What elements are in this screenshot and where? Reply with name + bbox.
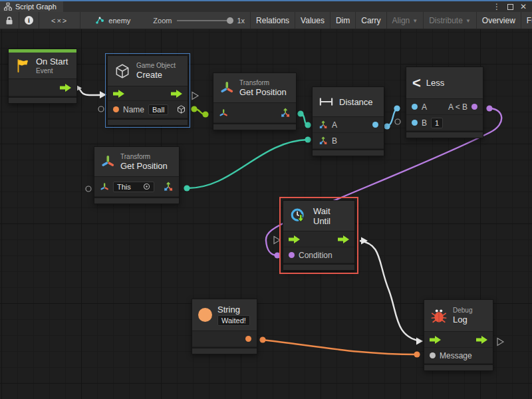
- flow-output-port[interactable]: [338, 235, 349, 243]
- unconnected-value-indicator: [395, 119, 400, 124]
- vector3-input-port-a[interactable]: [318, 120, 328, 130]
- node-on-start[interactable]: On Start Event: [8, 49, 77, 104]
- node-footer: [9, 96, 76, 103]
- gameobject-cube-icon: [114, 63, 131, 80]
- port-label: B: [332, 136, 337, 146]
- wire-endpoint: [297, 110, 303, 116]
- node-title: Log: [453, 315, 472, 325]
- string-value-field[interactable]: Waited!: [217, 315, 250, 326]
- distance-output-port[interactable]: [372, 122, 378, 128]
- gameobject-output-port[interactable]: [176, 104, 186, 114]
- unconnected-value-indicator: [98, 106, 104, 112]
- flag-icon: [15, 58, 31, 74]
- unconnected-flow-indicator: [274, 237, 280, 244]
- string-type-icon: [198, 308, 212, 322]
- script-graph-window: Script Graph ⋮ ✕ i <×> enemy: [0, 0, 532, 399]
- wire-endpoint: [384, 123, 390, 129]
- node-subtitle: Event: [36, 67, 68, 74]
- node-debug-log[interactable]: Debug Log Message: [424, 299, 493, 371]
- less-input-port-b[interactable]: [412, 120, 418, 126]
- condition-input-port[interactable]: [289, 252, 295, 258]
- flow-output-port[interactable]: [171, 90, 182, 98]
- node-title: Get Position: [239, 87, 287, 97]
- port-label: Name: [123, 105, 144, 114]
- node-create[interactable]: Game Object Create Name Ball: [107, 55, 188, 126]
- flow-output-port[interactable]: [476, 336, 487, 344]
- node-footer: [108, 118, 188, 125]
- wire-waituntil-to-debuglog[interactable]: [360, 241, 421, 341]
- name-input-port[interactable]: [113, 106, 119, 112]
- node-footer: [94, 197, 179, 203]
- flow-output-port[interactable]: [60, 84, 71, 92]
- wire-arrowhead: [100, 91, 106, 98]
- node-title: Get Position: [120, 161, 168, 171]
- port-label: A: [422, 102, 427, 112]
- node-category: Transform: [120, 153, 168, 160]
- less-input-port-a[interactable]: [412, 104, 418, 110]
- wire-arrowhead: [416, 338, 423, 345]
- node-title: Create: [136, 70, 176, 80]
- node-title: On Start: [36, 57, 68, 66]
- transform-input-port[interactable]: [219, 108, 228, 118]
- node-footer: [406, 131, 483, 138]
- node-category: Game Object: [136, 62, 176, 69]
- flow-input-port[interactable]: [113, 90, 124, 98]
- flow-input-port[interactable]: [430, 336, 441, 344]
- wire-getpositionbottom-to-distance-b[interactable]: [187, 140, 308, 188]
- distance-ruler-icon: [319, 97, 334, 106]
- node-category: Transform: [239, 79, 287, 86]
- less-output-port[interactable]: [471, 104, 477, 110]
- transform-icon: [219, 80, 234, 95]
- unconnected-flow-indicator: [192, 92, 198, 100]
- vector3-output-port[interactable]: [162, 181, 174, 192]
- node-category: Debug: [453, 307, 472, 314]
- node-distance[interactable]: Distance A B: [312, 86, 384, 156]
- node-title: Less: [426, 78, 444, 88]
- node-wait-until[interactable]: Wait Until Condition: [283, 200, 355, 271]
- string-output-port[interactable]: [245, 336, 251, 342]
- wire-endpoint: [191, 106, 197, 112]
- node-get-position-bottom[interactable]: Transform Get Position This: [94, 146, 180, 204]
- transform-icon: [100, 154, 115, 169]
- wire-endpoint: [184, 185, 190, 191]
- wire-endpoint: [202, 111, 208, 117]
- node-footer: [192, 347, 257, 354]
- port-label: Condition: [299, 251, 332, 260]
- node-title: Wait Until: [313, 206, 348, 226]
- target-value-field[interactable]: This: [113, 182, 154, 192]
- port-label: Message: [440, 351, 472, 360]
- node-get-position-top[interactable]: Transform Get Position: [213, 72, 297, 130]
- wire-endpoint: [394, 105, 400, 111]
- unconnected-flow-indicator: [497, 338, 503, 346]
- node-title: String: [217, 305, 250, 315]
- node-title: Distance: [339, 97, 373, 107]
- node-less[interactable]: < Less A A < B B 1: [406, 66, 483, 138]
- name-value-field[interactable]: Ball: [148, 104, 168, 115]
- node-string[interactable]: String Waited!: [192, 299, 257, 354]
- b-value-field[interactable]: 1: [431, 118, 443, 128]
- less-than-icon: <: [412, 76, 421, 90]
- node-footer: [213, 123, 296, 130]
- wire-endpoint: [305, 122, 311, 128]
- node-footer: [283, 263, 354, 270]
- port-label: B: [422, 118, 427, 128]
- wire-endpoint: [486, 105, 492, 111]
- wire-string-to-debuglog-message[interactable]: [263, 340, 417, 354]
- vector3-output-port[interactable]: [279, 107, 291, 118]
- wire-endpoint: [274, 252, 280, 258]
- wire-endpoint: [259, 336, 265, 342]
- debug-bug-icon: [430, 307, 448, 325]
- flow-input-port[interactable]: [289, 235, 300, 243]
- unconnected-value-indicator: [86, 186, 91, 192]
- wire-endpoint: [305, 136, 311, 142]
- node-footer: [313, 149, 384, 156]
- port-label: A: [332, 120, 337, 130]
- output-label: A < B: [448, 102, 467, 112]
- wire-endpoint: [414, 351, 420, 357]
- message-input-port[interactable]: [430, 352, 436, 358]
- vector3-input-port-b[interactable]: [318, 136, 328, 146]
- transform-input-port[interactable]: [100, 182, 109, 192]
- wait-clock-icon: [289, 207, 308, 225]
- node-footer: [424, 364, 493, 370]
- object-picker-icon[interactable]: [143, 183, 150, 190]
